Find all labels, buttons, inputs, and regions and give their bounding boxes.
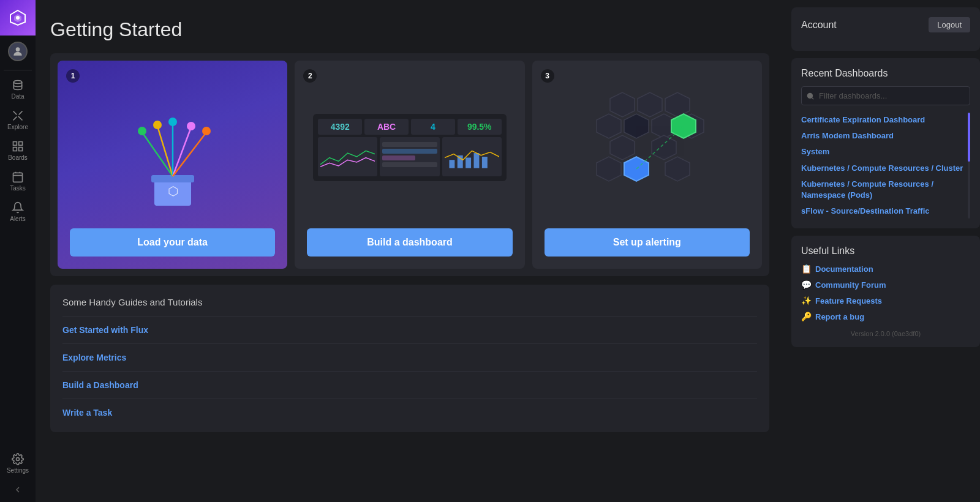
svg-marker-32: [597, 114, 621, 138]
main-content: Getting Started 1: [36, 0, 784, 502]
account-header: Account Logout: [801, 17, 970, 32]
dashboard-link-2[interactable]: System: [801, 144, 964, 159]
search-icon: [806, 92, 815, 100]
sidebar-item-data[interactable]: Data: [0, 73, 36, 103]
documentation-label: Documentation: [815, 264, 873, 274]
tutorial-item-dashboard[interactable]: Build a Dashboard: [62, 371, 757, 399]
svg-line-13: [142, 132, 173, 176]
svg-point-43: [807, 92, 813, 98]
tutorials-section: Some Handy Guides and Tutorials Get Star…: [50, 285, 769, 432]
svg-point-4: [13, 81, 21, 84]
card-setup-alerting: 3: [532, 61, 762, 269]
svg-rect-5: [13, 142, 17, 146]
feature-requests-icon: ✨: [801, 296, 812, 305]
account-title: Account: [801, 20, 837, 31]
svg-text:⬡: ⬡: [167, 184, 178, 198]
sidebar-item-settings[interactable]: Settings: [0, 447, 36, 478]
report-bug-icon: 🔑: [801, 312, 812, 321]
svg-rect-9: [13, 173, 23, 182]
setup-alerting-button[interactable]: Set up alerting: [545, 228, 750, 257]
sidebar-item-tasks-label: Tasks: [10, 185, 26, 192]
card-1-number: 1: [66, 69, 80, 83]
svg-line-17: [173, 132, 206, 176]
svg-marker-38: [652, 135, 676, 160]
sidebar-item-settings-label: Settings: [7, 467, 29, 474]
sidebar-item-boards-label: Boards: [8, 154, 28, 161]
svg-rect-26: [466, 157, 471, 168]
useful-links-panel: Useful Links 📋 Documentation 💬 Community…: [791, 236, 980, 347]
svg-rect-24: [449, 160, 454, 168]
right-panel: Account Logout Recent Dashboards Certifi…: [784, 0, 980, 502]
dashboard-link-1[interactable]: Arris Modem Dashboard: [801, 129, 964, 143]
feature-requests-label: Feature Requests: [815, 296, 882, 305]
card-build-dashboard: 2 4392 ABC 4: [295, 61, 524, 269]
svg-point-19: [153, 121, 162, 129]
svg-marker-40: [597, 157, 621, 181]
svg-point-20: [168, 118, 177, 126]
load-data-button[interactable]: Load your data: [70, 228, 275, 257]
svg-marker-33: [624, 114, 649, 138]
card-load-data: 1: [58, 61, 287, 269]
app-logo[interactable]: [0, 0, 36, 36]
svg-point-10: [17, 458, 20, 461]
svg-point-21: [187, 122, 195, 130]
dashboard-link-4[interactable]: Kubernetes / Compute Resources / Namespa…: [801, 177, 964, 203]
link-feature-requests[interactable]: ✨ Feature Requests: [801, 296, 970, 305]
dashboard-link-3[interactable]: Kubernetes / Compute Resources / Cluster: [801, 161, 964, 176]
svg-rect-27: [473, 153, 479, 168]
filter-dashboards-input[interactable]: [801, 86, 970, 105]
svg-marker-31: [665, 92, 690, 117]
tutorial-item-metrics[interactable]: Explore Metrics: [62, 343, 757, 371]
avatar[interactable]: [8, 42, 28, 61]
page-title: Getting Started: [50, 18, 769, 41]
svg-marker-30: [638, 92, 662, 117]
logout-button[interactable]: Logout: [929, 17, 970, 32]
plant-visualization: ⬡: [111, 83, 234, 212]
version-text: Version 2.0.0 (0ae3df0): [801, 330, 970, 337]
dashboard-link-5[interactable]: sFlow - Source/Destination Traffic: [801, 204, 964, 219]
filter-input-wrap: [801, 86, 970, 105]
svg-point-22: [202, 127, 211, 135]
card-1-visual: ⬡: [58, 61, 287, 222]
sidebar-item-alerts[interactable]: Alerts: [0, 195, 36, 226]
card-3-number: 3: [541, 69, 554, 83]
build-dashboard-button[interactable]: Build a dashboard: [307, 228, 512, 257]
tutorial-item-task[interactable]: Write a Task: [62, 399, 757, 426]
sidebar-item-explore[interactable]: Explore: [0, 103, 36, 134]
tutorial-item-flux[interactable]: Get Started with Flux: [62, 316, 757, 343]
scrollbar-container: Certificate Expiration Dashboard Arris M…: [801, 113, 970, 219]
community-forum-icon: 💬: [801, 280, 812, 290]
sidebar-item-boards[interactable]: Boards: [0, 134, 36, 165]
svg-rect-28: [481, 157, 487, 168]
sidebar: Data Explore Boards Tasks Alerts Setting…: [0, 0, 36, 502]
cards-row: 1: [50, 53, 769, 276]
tutorials-title: Some Handy Guides and Tutorials: [62, 297, 757, 307]
documentation-icon: 📋: [801, 264, 812, 274]
dashboard-list: Certificate Expiration Dashboard Arris M…: [801, 113, 964, 219]
svg-rect-7: [13, 148, 17, 151]
link-report-bug[interactable]: 🔑 Report a bug: [801, 312, 970, 321]
sidebar-collapse-button[interactable]: [0, 478, 36, 502]
useful-links-title: Useful Links: [801, 245, 970, 257]
sidebar-item-alerts-label: Alerts: [10, 215, 26, 222]
svg-rect-8: [19, 148, 23, 151]
svg-marker-29: [610, 92, 635, 117]
report-bug-label: Report a bug: [815, 312, 864, 321]
scrollbar-thumb: [968, 113, 970, 162]
svg-marker-41: [665, 157, 690, 181]
link-community-forum[interactable]: 💬 Community Forum: [801, 280, 970, 290]
svg-point-18: [138, 127, 146, 135]
scrollbar-track[interactable]: [968, 113, 970, 219]
svg-line-16: [173, 127, 191, 176]
link-documentation[interactable]: 📋 Documentation: [801, 264, 970, 274]
sidebar-divider: [4, 70, 32, 70]
svg-rect-6: [19, 142, 23, 146]
dashboard-link-0[interactable]: Certificate Expiration Dashboard: [801, 113, 964, 127]
svg-line-14: [157, 126, 173, 176]
svg-line-44: [812, 97, 814, 99]
account-panel: Account Logout: [791, 7, 980, 51]
useful-links-list: 📋 Documentation 💬 Community Forum ✨ Feat…: [801, 264, 970, 321]
svg-point-2: [16, 16, 20, 20]
svg-marker-36: [610, 135, 635, 160]
sidebar-item-tasks[interactable]: Tasks: [0, 165, 36, 195]
